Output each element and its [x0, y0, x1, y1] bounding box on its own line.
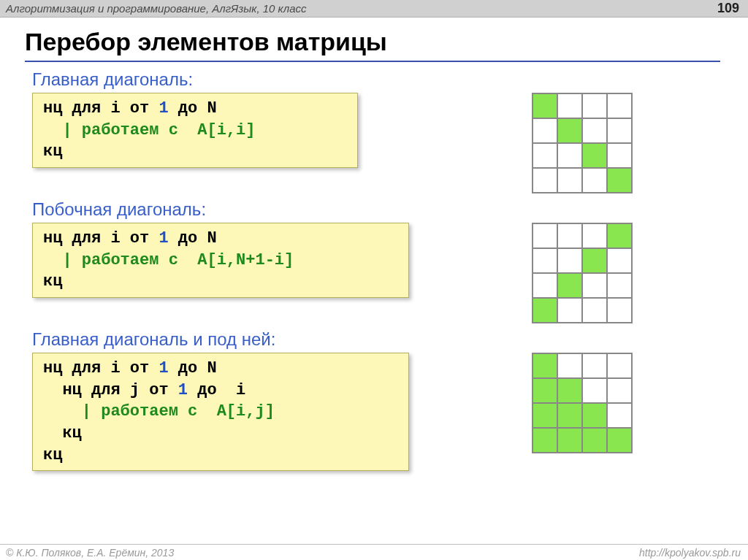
grid-cell: [582, 378, 607, 403]
matrix-grid: [532, 93, 633, 193]
grid-cell: [557, 118, 582, 143]
grid-cell: [533, 168, 557, 193]
grid-cell: [557, 168, 582, 193]
grid-cell: [533, 248, 557, 273]
grid-cell: [607, 93, 632, 118]
grid-cell: [607, 378, 632, 403]
section-heading: Главная диагональ:: [32, 69, 748, 90]
grid-cell: [607, 248, 632, 273]
grid-cell: [533, 353, 557, 378]
grid-cell: [582, 298, 607, 323]
matrix-grid: [532, 223, 633, 323]
grid-cell: [557, 353, 582, 378]
grid-cell: [557, 298, 582, 323]
grid-cell: [533, 93, 557, 118]
section-row: нц для i от 1 до N нц для j от 1 до i | …: [32, 353, 748, 471]
grid-cell: [557, 428, 582, 453]
section-heading: Главная диагональ и под ней:: [32, 329, 748, 350]
grid-cell: [533, 118, 557, 143]
grid-cell: [582, 93, 607, 118]
grid-cell: [557, 378, 582, 403]
footer-bar: © К.Ю. Поляков, Е.А. Ерёмин, 2013 http:/…: [0, 544, 748, 560]
grid-cell: [533, 378, 557, 403]
copyright: © К.Ю. Поляков, Е.А. Ерёмин, 2013: [6, 547, 174, 559]
grid-cell: [533, 403, 557, 428]
grid-cell: [533, 298, 557, 323]
grid-cell: [557, 223, 582, 248]
grid-cell: [557, 273, 582, 298]
grid-cell: [607, 273, 632, 298]
grid-cell: [607, 403, 632, 428]
grid-cell: [582, 168, 607, 193]
page-number: 109: [717, 1, 739, 16]
grid-cell: [582, 428, 607, 453]
grid-cell: [557, 143, 582, 168]
grid-cell: [607, 118, 632, 143]
grid-cell: [557, 93, 582, 118]
content-area: Главная диагональ:нц для i от 1 до N | р…: [0, 62, 748, 471]
grid-cell: [533, 223, 557, 248]
section-heading: Побочная диагональ:: [32, 199, 748, 220]
grid-cell: [607, 168, 632, 193]
grid-cell: [582, 143, 607, 168]
grid-cell: [607, 298, 632, 323]
section: Главная диагональ и под ней:нц для i от …: [32, 329, 748, 471]
code-block: нц для i от 1 до N | работаем с A[i,i] к…: [32, 93, 358, 168]
header-bar: Алгоритмизация и программирование, АлгЯз…: [0, 0, 748, 18]
grid-cell: [533, 143, 557, 168]
page-title: Перебор элементов матрицы: [0, 18, 748, 61]
section-row: нц для i от 1 до N | работаем с A[i,i] к…: [32, 93, 748, 193]
grid-cell: [582, 273, 607, 298]
grid-cell: [607, 143, 632, 168]
grid-cell: [557, 248, 582, 273]
grid-cell: [582, 353, 607, 378]
matrix-grid: [532, 353, 633, 453]
breadcrumb: Алгоритмизация и программирование, АлгЯз…: [6, 2, 307, 15]
grid-cell: [607, 353, 632, 378]
grid-cell: [533, 428, 557, 453]
section: Побочная диагональ:нц для i от 1 до N | …: [32, 199, 748, 323]
grid-cell: [607, 223, 632, 248]
grid-cell: [582, 118, 607, 143]
grid-cell: [582, 403, 607, 428]
section-row: нц для i от 1 до N | работаем с A[i,N+1-…: [32, 223, 748, 323]
section: Главная диагональ:нц для i от 1 до N | р…: [32, 69, 748, 193]
code-block: нц для i от 1 до N нц для j от 1 до i | …: [32, 353, 409, 471]
code-block: нц для i от 1 до N | работаем с A[i,N+1-…: [32, 223, 409, 298]
grid-cell: [533, 273, 557, 298]
grid-cell: [607, 428, 632, 453]
grid-cell: [582, 248, 607, 273]
source-url: http://kpolyakov.spb.ru: [639, 547, 741, 559]
grid-cell: [557, 403, 582, 428]
grid-cell: [582, 223, 607, 248]
